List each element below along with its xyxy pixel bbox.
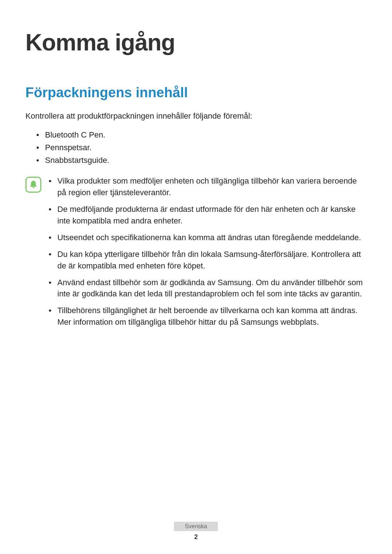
section-heading: Förpackningens innehåll	[25, 85, 367, 100]
list-item: Du kan köpa ytterligare tillbehör från d…	[49, 249, 367, 272]
footer-language: Svenska	[174, 522, 218, 531]
list-item: Utseendet och specifikationerna kan komm…	[49, 232, 367, 243]
list-item: Tillbehörens tillgänglighet är helt bero…	[49, 305, 367, 328]
list-item: De medföljande produkterna är endast utf…	[49, 204, 367, 227]
list-item: Snabbstartsguide.	[36, 154, 367, 167]
intro-text: Kontrollera att produktförpackningen inn…	[25, 111, 367, 122]
note-block: Vilka produkter som medföljer enheten oc…	[25, 175, 367, 333]
notes-list: Vilka produkter som medföljer enheten oc…	[49, 175, 367, 333]
package-contents-list: Bluetooth C Pen. Pennspetsar. Snabbstart…	[25, 128, 367, 167]
list-item: Pennspetsar.	[36, 141, 367, 154]
list-item: Vilka produkter som medföljer enheten oc…	[49, 175, 367, 198]
footer-page-number: 2	[174, 533, 218, 541]
list-item: Bluetooth C Pen.	[36, 128, 367, 141]
list-item: Använd endast tillbehör som är godkända …	[49, 277, 367, 300]
page-footer: Svenska 2	[174, 522, 218, 541]
page-title: Komma igång	[25, 29, 367, 56]
bell-icon	[25, 177, 41, 193]
